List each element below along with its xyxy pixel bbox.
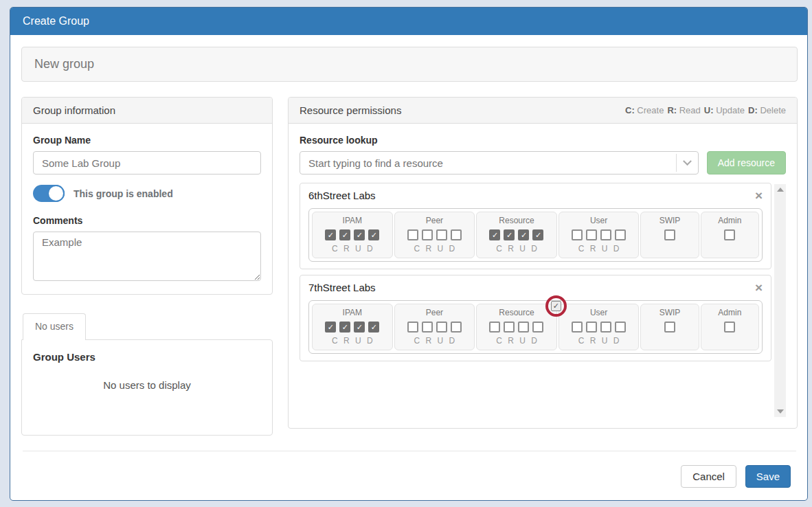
crud-letters: C R U D [562, 244, 636, 254]
save-button[interactable]: Save [745, 465, 791, 488]
permission-group-ipam: IPAM✓✓✓✓C R U D [312, 304, 393, 350]
checkbox-admin[interactable] [724, 229, 735, 240]
crud-legend: C: CreateR: ReadU: UpdateD: Delete [622, 105, 786, 115]
legend-item: D: Delete [748, 105, 786, 115]
checkbox-d[interactable]: ✓ [368, 229, 379, 240]
permission-group-label: IPAM [315, 216, 390, 225]
resource-card-header: 6thStreet Labs× [308, 189, 763, 202]
comments-textarea[interactable]: Example [33, 232, 261, 281]
cancel-button[interactable]: Cancel [681, 465, 736, 488]
scroll-down-icon[interactable] [777, 409, 784, 414]
checkbox-u[interactable] [600, 322, 611, 333]
add-resource-button[interactable]: Add resource [707, 151, 786, 174]
checkbox-c[interactable] [407, 322, 418, 333]
checkbox-u[interactable]: ✓ [518, 229, 529, 240]
permission-checkboxes [704, 322, 756, 333]
checkbox-u[interactable]: ✓ [354, 322, 365, 333]
permission-checkboxes: ✓✓✓✓ [315, 229, 390, 240]
tab-no-users[interactable]: No users [23, 313, 86, 340]
checkbox-r[interactable]: ✓ [339, 322, 350, 333]
checkbox-d[interactable]: ✓ [368, 322, 379, 333]
permission-checkboxes [704, 229, 756, 240]
resource-permissions-panel: Resource permissions C: CreateR: ReadU: … [288, 97, 798, 429]
chevron-down-icon [683, 157, 692, 166]
checkbox-swip[interactable] [664, 229, 675, 240]
permission-checkboxes: ✓✓✓✓ [480, 229, 554, 240]
checkbox-c[interactable] [572, 322, 583, 333]
checkbox-c[interactable]: ✓ [325, 322, 336, 333]
resource-lookup-input[interactable] [300, 151, 699, 174]
checkbox-swip[interactable] [664, 322, 675, 333]
scroll-up-icon[interactable] [777, 188, 784, 192]
permission-group-label: Resource [480, 308, 554, 317]
group-information-panel: Group information Group Name This group … [21, 97, 273, 295]
checkbox-d[interactable] [451, 229, 462, 240]
permission-checkboxes [398, 229, 472, 240]
resource-cards-list: 6thStreet Labs×IPAM✓✓✓✓C R U DPeerC R U … [300, 183, 771, 417]
checkbox-c[interactable] [489, 322, 500, 333]
checkbox-d[interactable]: ✓ [532, 229, 543, 240]
resource-card-header: 7thStreet Labs× [308, 281, 763, 294]
checkbox-u[interactable] [518, 322, 529, 333]
group-enabled-toggle[interactable] [33, 185, 65, 202]
checkbox-u[interactable] [436, 229, 447, 240]
checkbox-r[interactable]: ✓ [504, 229, 515, 240]
group-information-title: Group information [33, 104, 115, 116]
checkbox-r[interactable] [422, 322, 433, 333]
lookup-dropdown-button[interactable] [676, 154, 699, 172]
permission-group-peer: PeerC R U D [394, 212, 475, 258]
permission-checkboxes [644, 322, 695, 333]
group-name-input[interactable] [33, 151, 261, 174]
permission-group-user: UserC R U D [559, 212, 640, 258]
legend-key: C: [625, 105, 635, 115]
permission-checkboxes: ✓✓✓✓ [315, 322, 390, 333]
checkbox-d[interactable] [451, 322, 462, 333]
resource-lookup-label: Resource lookup [300, 135, 786, 146]
permission-group-resource: Resource✓✓✓✓C R U D [476, 212, 557, 258]
permission-group-admin: Admin [701, 304, 759, 350]
modal-footer: Cancel Save [23, 451, 796, 491]
legend-item: U: Update [704, 105, 745, 115]
permission-group-peer: PeerC R U D [394, 304, 475, 350]
checkbox-u[interactable] [436, 322, 447, 333]
legend-key: U: [704, 105, 714, 115]
permission-group-admin: Admin [701, 212, 759, 258]
close-icon[interactable]: × [755, 281, 763, 294]
crud-letters: C R U D [398, 336, 472, 346]
group-users-panel: Group Users No users to display [21, 339, 273, 436]
checkbox-d[interactable] [615, 322, 626, 333]
checkbox-admin[interactable] [724, 322, 735, 333]
checkbox-r[interactable] [586, 322, 597, 333]
create-group-modal: Create Group New group Group information… [10, 7, 808, 501]
right-column: Resource permissions C: CreateR: ReadU: … [288, 97, 798, 429]
checkbox-u[interactable]: ✓ [354, 229, 365, 240]
checkbox-r[interactable] [422, 229, 433, 240]
checkbox-r[interactable]: ✓ [339, 229, 350, 240]
permission-group-label: User [562, 216, 636, 225]
check-all-icon[interactable]: ✓ [551, 301, 561, 311]
checkbox-d[interactable] [532, 322, 543, 333]
crud-letters: C R U D [315, 244, 390, 254]
crud-letters: C R U D [315, 336, 390, 346]
checkbox-c[interactable] [572, 229, 583, 240]
vertical-scrollbar[interactable] [774, 184, 786, 417]
checkbox-r[interactable] [586, 229, 597, 240]
close-icon[interactable]: × [755, 189, 763, 202]
legend-item: R: Read [667, 105, 700, 115]
checkbox-c[interactable] [407, 229, 418, 240]
permission-group-swip: SWIP [640, 212, 699, 258]
permission-group-label: Admin [704, 308, 756, 317]
checkbox-c[interactable]: ✓ [489, 229, 500, 240]
legend-key: D: [748, 105, 758, 115]
legend-item: C: Create [625, 105, 664, 115]
checkbox-u[interactable] [600, 229, 611, 240]
permission-group-swip: SWIP [640, 304, 699, 350]
crud-letters: C R U D [562, 336, 636, 346]
resource-lookup-combobox [300, 151, 699, 174]
checkbox-d[interactable] [615, 229, 626, 240]
legend-key: R: [667, 105, 677, 115]
group-enabled-label: This group is enabled [74, 188, 173, 199]
checkbox-r[interactable] [504, 322, 515, 333]
checkbox-c[interactable]: ✓ [325, 229, 336, 240]
resource-permissions-title: Resource permissions [300, 104, 401, 116]
